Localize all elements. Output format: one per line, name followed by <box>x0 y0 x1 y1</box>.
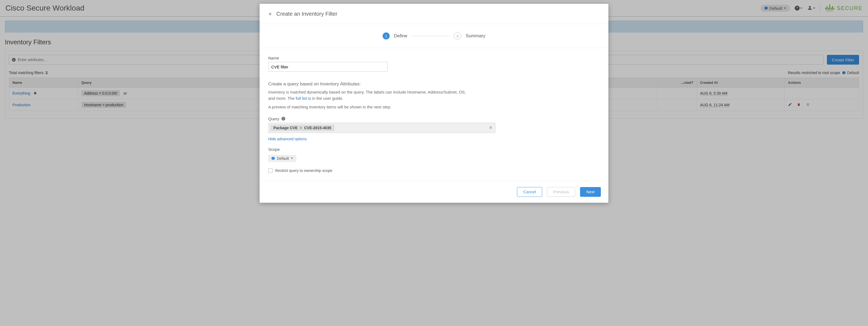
scope-label: Scope <box>268 147 600 152</box>
plus-icon: ＋ <box>267 10 273 18</box>
step-divider <box>411 36 450 36</box>
step-1-badge: 1 <box>383 32 390 39</box>
info-icon[interactable]: i <box>281 117 285 121</box>
modal-title: Create an Inventory Filter <box>276 11 338 17</box>
create-filter-modal: ＋ Create an Inventory Filter 1 Define 2 … <box>259 4 609 203</box>
cube-icon <box>272 157 275 160</box>
chevron-down-icon <box>291 158 293 159</box>
previous-button: Previous <box>547 187 575 197</box>
restrict-label: Restrict query to ownership scope <box>275 168 332 173</box>
filter-name-input[interactable] <box>268 62 388 72</box>
advanced-options-toggle[interactable]: Hide advanced options <box>268 137 307 141</box>
query-label: Query <box>268 117 279 121</box>
step-2-badge: 2 <box>454 32 461 40</box>
query-explanation: Inventory is matched dynamically based o… <box>268 89 468 102</box>
query-input[interactable]: Package CVE=CVE-2015-4035 ✕ <box>268 123 495 133</box>
step-2-label: Summary <box>466 33 485 39</box>
scope-dropdown[interactable]: Default <box>268 155 297 162</box>
name-label: Name <box>268 56 600 60</box>
clear-query-icon[interactable]: ✕ <box>489 125 492 130</box>
query-section-heading: Create a query based on Inventory Attrib… <box>268 82 600 87</box>
restrict-checkbox[interactable] <box>268 168 273 173</box>
preview-note: A preview of matching inventory items wi… <box>268 104 468 110</box>
cancel-button[interactable]: Cancel <box>517 187 542 197</box>
step-1-label: Define <box>394 33 407 39</box>
query-token: Package CVE=CVE-2015-4035 <box>270 125 335 131</box>
stepper: 1 Define 2 Summary <box>259 24 609 48</box>
next-button[interactable]: Next <box>580 187 601 197</box>
full-list-link[interactable]: full list <box>296 96 307 101</box>
